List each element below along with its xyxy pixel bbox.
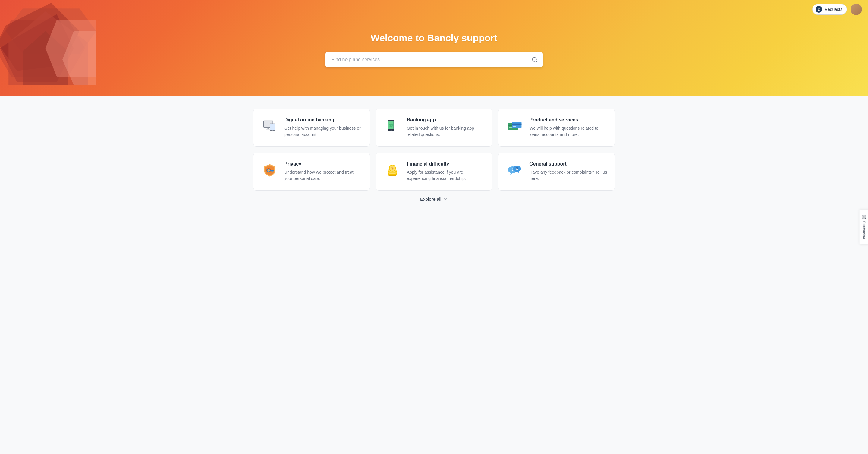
topbar: 2 Requests	[0, 0, 868, 19]
avatar-image	[850, 4, 862, 15]
chevron-down-icon	[443, 197, 448, 202]
hero-section: 2 Requests Welcome to Bancly support	[0, 0, 868, 96]
hero-title: Welcome to Bancly support	[326, 33, 542, 44]
svg-rect-24	[512, 122, 522, 128]
card-general-support[interactable]: & General support Have any feedback or c…	[498, 153, 615, 190]
svg-line-5	[536, 61, 537, 62]
banking-app-icon	[383, 117, 401, 135]
pencil-icon	[862, 215, 866, 219]
requests-label: Requests	[825, 7, 842, 12]
svg-rect-34	[273, 171, 273, 172]
product-services-title: Product and services	[529, 117, 607, 123]
search-input[interactable]	[326, 52, 542, 67]
search-icon	[532, 57, 538, 63]
financial-difficulty-description: Apply for assistance if you are experien…	[407, 169, 485, 182]
explore-all-section: Explore all	[30, 196, 838, 208]
general-support-title: General support	[529, 161, 607, 167]
requests-button[interactable]: 2 Requests	[812, 4, 847, 15]
general-support-text: General support Have any feedback or com…	[529, 161, 607, 182]
digital-banking-text: Digital online banking Get help with man…	[284, 117, 362, 138]
general-support-description: Have any feedback or complaints? Tell us…	[529, 169, 607, 182]
privacy-icon	[261, 161, 279, 179]
product-services-text: Product and services We will help with q…	[529, 117, 607, 138]
financial-difficulty-title: Financial difficulty	[407, 161, 485, 167]
banking-app-title: Banking app	[407, 117, 485, 123]
svg-text:&: &	[516, 167, 518, 170]
explore-all-label: Explore all	[420, 196, 441, 202]
requests-badge: 2	[815, 6, 822, 13]
svg-rect-33	[270, 170, 274, 171]
financial-difficulty-text: Financial difficulty Apply for assistanc…	[407, 161, 485, 182]
customise-tab[interactable]: Customise	[859, 210, 868, 244]
card-digital-banking[interactable]: Digital online banking Get help with man…	[253, 109, 370, 147]
svg-point-16	[390, 125, 390, 126]
svg-point-20	[390, 130, 392, 131]
search-container	[326, 52, 542, 67]
svg-point-50	[512, 168, 513, 170]
general-support-icon: &	[506, 161, 524, 179]
digital-banking-title: Digital online banking	[284, 117, 362, 123]
svg-point-18	[392, 125, 393, 126]
financial-difficulty-icon: $	[383, 161, 401, 179]
customise-label: Customise	[862, 221, 866, 239]
svg-rect-35	[272, 171, 273, 172]
svg-marker-47	[517, 172, 519, 173]
svg-rect-23	[509, 127, 512, 128]
svg-point-51	[512, 170, 513, 171]
digital-banking-description: Get help with managing your business or …	[284, 125, 362, 138]
hero-content: Welcome to Bancly support	[319, 14, 549, 82]
banking-app-description: Get in touch with us for banking app rel…	[407, 125, 485, 138]
svg-marker-45	[510, 173, 513, 175]
svg-rect-8	[268, 127, 270, 129]
main-content: Digital online banking Get help with man…	[0, 96, 868, 454]
cards-grid: Digital online banking Get help with man…	[253, 109, 615, 190]
svg-point-17	[391, 125, 392, 126]
svg-text:$: $	[391, 166, 394, 170]
privacy-description: Understand how we protect and treat your…	[284, 169, 362, 182]
privacy-title: Privacy	[284, 161, 362, 167]
card-financial-difficulty[interactable]: $ Financial difficulty Apply for assista…	[376, 153, 493, 190]
privacy-text: Privacy Understand how we protect and tr…	[284, 161, 362, 182]
search-button[interactable]	[532, 57, 538, 63]
explore-all-button[interactable]: Explore all	[420, 196, 448, 202]
svg-rect-25	[512, 124, 522, 125]
svg-point-12	[272, 130, 273, 131]
svg-rect-11	[270, 124, 275, 130]
svg-point-28	[268, 169, 270, 171]
svg-rect-26	[513, 126, 516, 127]
card-privacy[interactable]: Privacy Understand how we protect and tr…	[253, 153, 370, 190]
digital-banking-icon	[261, 117, 279, 135]
card-product-services[interactable]: Product and services We will help with q…	[498, 109, 615, 147]
card-banking-app[interactable]: Banking app Get in touch with us for ban…	[376, 109, 493, 147]
product-services-icon	[506, 117, 524, 135]
avatar[interactable]	[850, 4, 862, 15]
product-services-description: We will help with questions related to l…	[529, 125, 607, 138]
banking-app-text: Banking app Get in touch with us for ban…	[407, 117, 485, 138]
